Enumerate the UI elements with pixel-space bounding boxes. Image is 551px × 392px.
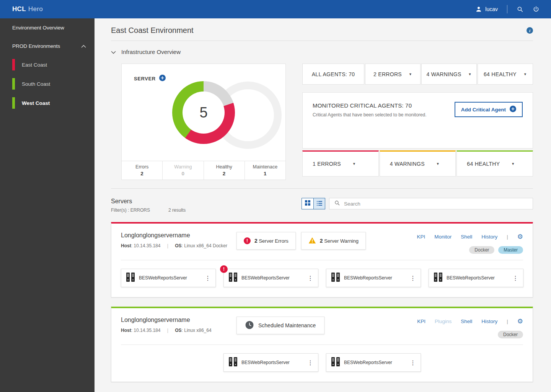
monitored-errors-dropdown[interactable]: 1 ERRORS ▼: [302, 150, 379, 176]
chevron-down-icon: ▼: [352, 162, 356, 166]
maintenance-label: Scheduled Maintenance: [258, 322, 316, 328]
agent-name: BESWebReportsServer: [447, 275, 495, 281]
main-content: East Coast Environment i Infrastructure …: [95, 18, 551, 392]
stat-label: 4 WARNINGS: [390, 161, 425, 167]
server-card-header: Longlonglongservername Host: 10.14.35.18…: [111, 308, 533, 338]
history-link[interactable]: History: [481, 318, 497, 324]
info-icon[interactable]: i: [527, 27, 533, 34]
kebab-menu-icon[interactable]: ⋮: [410, 274, 416, 282]
legend-errors: Errors 2: [122, 161, 162, 180]
server-rack-icon: [228, 357, 238, 368]
dropdown-label: 64 HEALTHY: [484, 71, 517, 77]
server-label-text: SERVER: [134, 76, 156, 82]
legend-value: 2: [140, 171, 143, 176]
header-divider: [111, 41, 533, 41]
sidebar-group-label: PROD Environments: [12, 43, 60, 49]
agent-card[interactable]: BESWebReportsServer ⋮: [326, 353, 421, 372]
shell-link[interactable]: Shell: [461, 234, 472, 240]
monitor-link[interactable]: Monitor: [434, 234, 452, 240]
server-status-donut-chart: 5: [172, 81, 235, 144]
search-icon[interactable]: [517, 6, 523, 13]
agent-card[interactable]: BESWebReportsServer ⋮: [429, 269, 523, 287]
agent-name: BESWebReportsServer: [241, 360, 290, 365]
error-label: Server Errors: [259, 238, 288, 244]
sidebar-item-south-coast[interactable]: South Coast: [0, 74, 95, 93]
grid-view-button[interactable]: [302, 198, 313, 209]
server-card-actions: KPI Monitor Shell History | ⚙ Docker Mas…: [417, 232, 523, 254]
legend-warning: Warning 0: [162, 161, 203, 180]
tag-master: Master: [498, 246, 523, 254]
actions-row: KPI Monitor Shell History | ⚙: [417, 234, 523, 240]
server-rack-icon: [331, 357, 340, 368]
agents-overview: ALL AGENTS: 70 2 ERRORS ▼ 4 WARNINGS ▼ 6…: [302, 64, 533, 176]
add-server-icon[interactable]: [159, 75, 166, 82]
legend-label: Maintenace: [253, 164, 278, 170]
sidebar-item-environment-overview[interactable]: Environment Overview: [0, 18, 95, 37]
power-icon[interactable]: [533, 6, 540, 13]
sidebar: Environment Overview PROD Environments E…: [0, 18, 95, 392]
dropdown-label: 4 WARNINGS: [426, 71, 461, 77]
gear-icon[interactable]: ⚙: [517, 234, 523, 240]
agent-grid-spacer: [121, 353, 216, 372]
topbar-divider: [507, 5, 507, 13]
agent-card[interactable]: ! BESWebReportsServer ⋮: [223, 269, 318, 287]
list-view-button[interactable]: [313, 198, 325, 209]
servers-title: Servers: [111, 198, 186, 205]
agent-card[interactable]: BESWebReportsServer ⋮: [326, 269, 421, 287]
add-critical-agent-button[interactable]: Add Critical Agent: [455, 102, 523, 117]
search-input[interactable]: [344, 201, 528, 207]
section-title: Infrastructure Overview: [121, 49, 181, 55]
agents-errors-dropdown[interactable]: 2 ERRORS ▼: [365, 64, 421, 85]
separator: |: [507, 318, 508, 324]
agent-card[interactable]: BESWebReportsServer ⋮: [223, 353, 318, 372]
kpi-link[interactable]: KPI: [417, 318, 425, 324]
sidebar-item-west-coast[interactable]: West Coast: [0, 93, 95, 113]
plugins-link[interactable]: Plugins: [435, 318, 452, 324]
chevron-down-icon: ▼: [409, 72, 412, 76]
kebab-menu-icon[interactable]: ⋮: [512, 274, 518, 282]
kpi-link[interactable]: KPI: [417, 234, 425, 240]
brand-logo: HCL: [12, 5, 26, 13]
topbar-actions: lucav: [475, 5, 540, 13]
server-rack-icon: [331, 272, 340, 284]
monitored-warnings-dropdown[interactable]: 4 WARNINGS ▼: [380, 150, 456, 176]
chevron-down-icon: [111, 49, 116, 55]
history-link[interactable]: History: [481, 234, 497, 240]
stat-label: 1 ERRORS: [313, 161, 341, 167]
agents-healthy-dropdown[interactable]: 64 HEALTHY ▼: [478, 64, 533, 85]
monitored-healthy-dropdown[interactable]: 64 HEALTHY ▼: [456, 150, 533, 176]
actions-row: KPI Plugins Shell History | ⚙: [417, 318, 523, 325]
warning-count: 2: [320, 238, 323, 244]
chevron-up-icon: [81, 43, 86, 49]
os-label: OS: [175, 243, 181, 248]
shell-link[interactable]: Shell: [461, 318, 472, 324]
kebab-menu-icon[interactable]: ⋮: [307, 359, 313, 366]
sidebar-item-east-coast[interactable]: East Coast: [0, 55, 95, 74]
infrastructure-overview: SERVER 5 Errors 2 Warning 0 Healt: [111, 64, 533, 180]
environment-label: South Coast: [22, 81, 50, 87]
collapse-section-button[interactable]: [111, 49, 116, 55]
agents-grid: BESWebReportsServer ⋮ ! BESWebReportsSer…: [111, 260, 533, 297]
server-rack-icon: [434, 272, 443, 284]
server-card-header: Longlonglongservername Host: 10.14.35.18…: [111, 224, 533, 254]
user-menu[interactable]: lucav: [475, 6, 498, 13]
tag-docker: Docker: [498, 331, 523, 338]
agent-card[interactable]: BESWebReportsServer ⋮: [121, 269, 216, 287]
agents-warnings-dropdown[interactable]: 4 WARNINGS ▼: [421, 64, 477, 85]
kebab-menu-icon[interactable]: ⋮: [410, 359, 416, 366]
legend-value: 0: [182, 171, 185, 176]
kebab-menu-icon[interactable]: ⋮: [307, 274, 313, 282]
kebab-menu-icon[interactable]: ⋮: [205, 274, 211, 282]
filter-text: Filter(s) : ERRORS: [111, 207, 150, 213]
agents-filter-row: ALL AGENTS: 70 2 ERRORS ▼ 4 WARNINGS ▼ 6…: [302, 64, 533, 85]
infrastructure-section-header: Infrastructure Overview: [111, 49, 533, 55]
sidebar-group-prod-environments[interactable]: PROD Environments: [0, 37, 95, 55]
environment-label: West Coast: [22, 100, 50, 106]
grid-view-icon: [305, 200, 310, 207]
server-status-card: SERVER 5 Errors 2 Warning 0 Healt: [121, 64, 286, 180]
page-header: East Coast Environment i: [111, 18, 533, 35]
host-value: 10.14.35.184: [134, 243, 160, 248]
gear-icon[interactable]: ⚙: [517, 318, 523, 325]
agent-name: BESWebReportsServer: [241, 275, 290, 281]
server-card-actions: KPI Plugins Shell History | ⚙ Docker: [417, 317, 523, 338]
